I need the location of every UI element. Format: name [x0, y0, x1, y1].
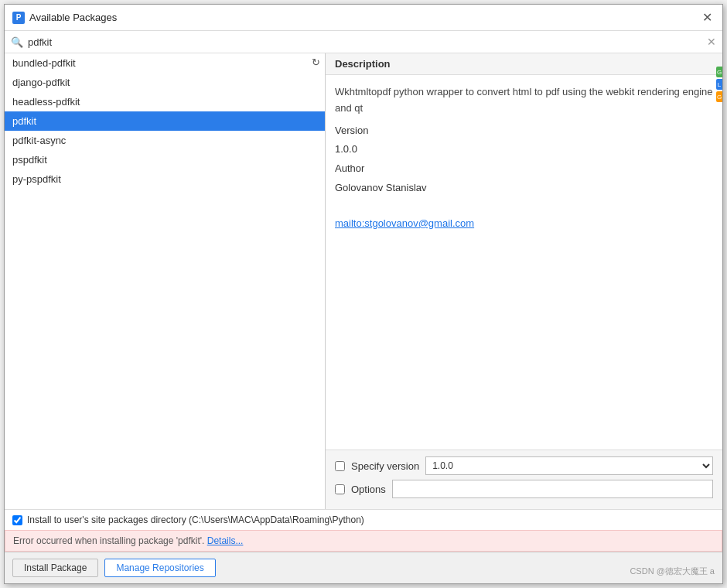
options-row: Options [335, 480, 713, 498]
author-label: Author [335, 161, 713, 177]
watermark: CSDN @德宏大魔王 a [630, 566, 715, 577]
dialog-title: Available Packages [29, 12, 117, 23]
main-content: ↻ bundled-pdfkit django-pdfkit headless-… [5, 53, 722, 509]
right-side-indicators: G L G [716, 67, 722, 102]
description-header: Description [326, 53, 722, 75]
list-item-selected[interactable]: pdfkit [5, 111, 325, 131]
email-link[interactable]: mailto:stgolovanov@gmail.com [335, 216, 713, 232]
indicator-g2: G [716, 91, 722, 102]
version-value: 1.0.0 [335, 142, 713, 158]
list-item[interactable]: pdfkit-async [5, 131, 325, 150]
error-details-link[interactable]: Details... [207, 535, 244, 546]
list-item[interactable]: pspdfkit [5, 150, 325, 169]
install-label: Install to user's site packages director… [27, 514, 364, 525]
refresh-button[interactable]: ↻ [307, 53, 325, 71]
app-icon: P [12, 12, 25, 24]
options-panel: Specify version 1.0.0 Options [326, 450, 722, 509]
list-item[interactable]: bundled-pdfkit [5, 53, 325, 73]
search-bar: 🔍 ✕ [5, 31, 722, 53]
title-bar: P Available Packages ✕ [5, 5, 722, 31]
left-panel: ↻ bundled-pdfkit django-pdfkit headless-… [5, 53, 326, 509]
available-packages-dialog: P Available Packages ✕ 🔍 ✕ ↻ bundled-pdf… [4, 4, 723, 584]
list-item[interactable]: headless-pdfkit [5, 92, 325, 111]
list-item[interactable]: django-pdfkit [5, 73, 325, 92]
description-body: Wkhtmltopdf python wrapper to convert ht… [326, 75, 722, 450]
title-bar-left: P Available Packages [12, 12, 117, 24]
install-package-button[interactable]: Install Package [12, 559, 98, 577]
install-checkbox-row: Install to user's site packages director… [5, 509, 722, 530]
options-label: Options [351, 484, 386, 495]
options-checkbox[interactable] [335, 484, 345, 494]
indicator-l: L [716, 79, 722, 90]
description-intro: Wkhtmltopdf python wrapper to convert ht… [335, 84, 713, 117]
specify-version-row: Specify version 1.0.0 [335, 456, 713, 475]
version-label: Version [335, 123, 713, 139]
search-input[interactable] [28, 36, 702, 48]
options-input[interactable] [392, 480, 713, 498]
error-message: Error occurred when installing package '… [13, 535, 204, 546]
author-value: Golovanov Stanislav [335, 180, 713, 197]
bottom-bar: Install Package Manage Repositories [5, 552, 722, 583]
search-clear-button[interactable]: ✕ [707, 36, 716, 48]
specify-version-label: Specify version [351, 460, 419, 472]
list-item[interactable]: py-pspdfkit [5, 169, 325, 189]
package-list: bundled-pdfkit django-pdfkit headless-pd… [5, 53, 325, 509]
indicator-g: G [716, 67, 722, 77]
error-bar: Error occurred when installing package '… [5, 530, 722, 552]
install-to-user-checkbox[interactable] [12, 515, 22, 525]
search-icon: 🔍 [11, 36, 23, 48]
right-panel: Description Wkhtmltopdf python wrapper t… [326, 53, 722, 509]
close-button[interactable]: ✕ [699, 10, 715, 26]
version-select[interactable]: 1.0.0 [425, 456, 713, 475]
manage-repositories-button[interactable]: Manage Repositories [104, 559, 215, 577]
specify-version-checkbox[interactable] [335, 461, 345, 471]
